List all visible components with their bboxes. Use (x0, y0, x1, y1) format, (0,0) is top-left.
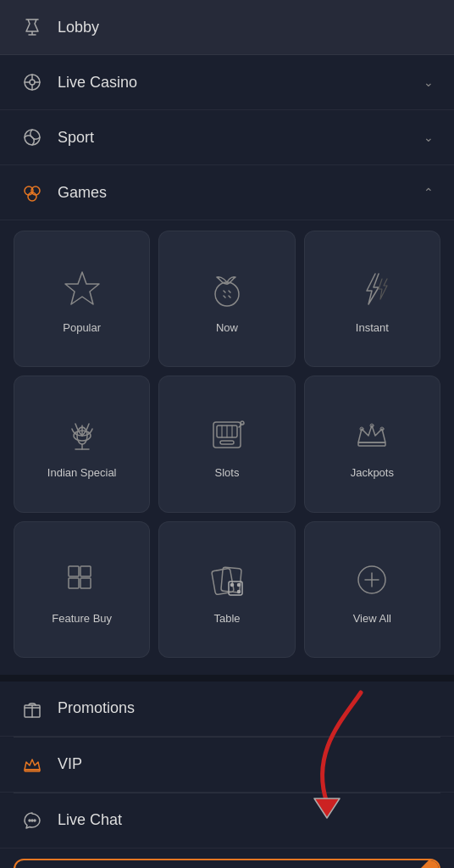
feature-buy-label: Feature Buy (52, 612, 112, 625)
install-section: ⇓ Install the App SecretBonuses (0, 849, 454, 868)
casino-icon (20, 70, 44, 94)
games-icon (20, 181, 44, 204)
sport-label: Sport (58, 129, 424, 147)
now-icon (202, 264, 252, 314)
chevron-up-icon: ⌃ (424, 186, 434, 199)
chevron-down-icon-sport: ⌄ (424, 131, 434, 144)
svg-point-41 (237, 583, 240, 586)
games-label: Games (58, 184, 424, 202)
section-divider (0, 675, 454, 682)
svg-point-1 (30, 80, 35, 85)
svg-rect-34 (69, 578, 79, 588)
live-chat-label: Live Chat (58, 811, 434, 829)
game-card-popular[interactable]: Popular (14, 231, 150, 367)
game-card-jackpots[interactable]: Jackpots (304, 376, 440, 512)
promotions-icon (20, 697, 44, 721)
svg-point-39 (230, 583, 233, 586)
svg-point-48 (29, 820, 30, 821)
popular-icon (57, 264, 108, 314)
nav-item-sport[interactable]: Sport ⌄ (0, 110, 454, 165)
games-grid: Popular Now (0, 220, 454, 675)
now-label: Now (216, 321, 238, 334)
svg-point-11 (215, 282, 239, 306)
nav-item-vip[interactable]: VIP (0, 737, 454, 793)
indian-special-label: Indian Special (47, 466, 117, 479)
svg-line-15 (229, 296, 230, 298)
lobby-label: Lobby (58, 19, 434, 36)
table-icon (202, 554, 252, 605)
vip-label: VIP (58, 755, 434, 773)
svg-rect-37 (221, 567, 241, 593)
install-app-button[interactable]: ⇓ Install the App SecretBonuses (14, 859, 440, 868)
svg-point-40 (237, 590, 240, 593)
svg-line-12 (224, 291, 225, 292)
svg-point-49 (31, 820, 33, 821)
promotions-label: Promotions (58, 699, 434, 717)
instant-label: Instant (356, 321, 389, 334)
svg-rect-28 (358, 442, 385, 446)
svg-rect-35 (80, 578, 91, 588)
slots-icon (202, 409, 252, 459)
game-card-now[interactable]: Now (158, 231, 295, 367)
game-card-feature-buy[interactable]: Feature Buy (14, 521, 150, 658)
svg-point-27 (241, 421, 244, 425)
sport-icon (20, 125, 44, 149)
svg-rect-25 (220, 441, 234, 444)
jackpots-label: Jackpots (351, 466, 394, 479)
live-chat-icon (20, 809, 44, 832)
view-all-label: View All (353, 612, 391, 625)
live-casino-label: Live Casino (58, 74, 424, 92)
slots-label: Slots (215, 466, 240, 479)
secret-bonus-badge: SecretBonuses (374, 859, 440, 868)
cocktail-icon (20, 15, 44, 39)
svg-line-13 (229, 291, 230, 292)
nav-item-games[interactable]: Games ⌃ (0, 165, 454, 220)
svg-rect-33 (80, 566, 91, 576)
indian-special-icon (57, 409, 108, 459)
nav-item-live-casino[interactable]: Live Casino ⌄ (0, 55, 454, 110)
nav-item-lobby[interactable]: Lobby (0, 0, 454, 55)
game-card-indian-special[interactable]: Indian Special (14, 376, 150, 512)
game-card-view-all[interactable]: View All (304, 521, 440, 658)
svg-rect-32 (69, 566, 79, 576)
vip-icon (20, 753, 44, 776)
game-card-instant[interactable]: Instant (304, 231, 440, 367)
feature-buy-icon (57, 554, 108, 605)
svg-rect-47 (25, 770, 40, 771)
game-card-slots[interactable]: Slots (158, 376, 295, 512)
svg-point-50 (34, 820, 36, 821)
chevron-down-icon: ⌄ (424, 75, 434, 89)
popular-label: Popular (63, 321, 101, 334)
sidebar: Lobby Live Casino ⌄ Sport ⌄ (0, 0, 454, 868)
view-all-icon (346, 554, 397, 605)
nav-item-live-chat[interactable]: Live Chat (0, 793, 454, 849)
svg-line-14 (224, 296, 225, 298)
instant-icon (346, 264, 397, 314)
svg-marker-10 (65, 272, 99, 304)
nav-item-promotions[interactable]: Promotions (0, 682, 454, 737)
jackpots-icon (346, 409, 397, 459)
game-card-table[interactable]: Table (158, 521, 295, 658)
table-label: Table (213, 612, 240, 625)
